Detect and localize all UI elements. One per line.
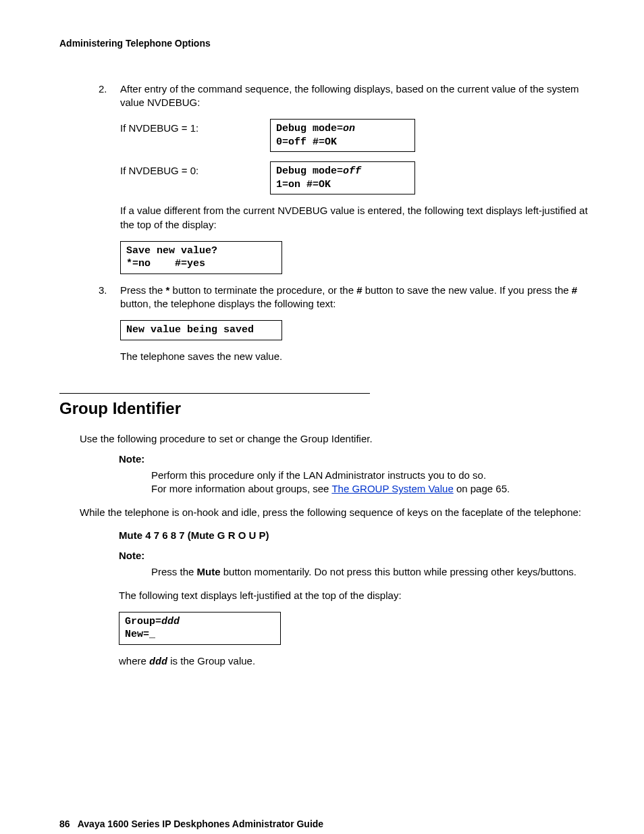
gi-note1-body: Perform this procedure only if the LAN A… — [151, 469, 600, 496]
step-3-t7: button, the telephone displays the follo… — [120, 298, 336, 309]
step-3-number: 3. — [99, 284, 120, 363]
nvdebug-1-line1a: Debug mode= — [276, 123, 343, 134]
nvdebug-1-line2: 0=off #=OK — [276, 136, 337, 148]
page-footer: 86 Avaya 1600 Series IP Deskphones Admin… — [59, 818, 600, 831]
gi-note2-label: Note: — [119, 549, 600, 563]
nvdebug-0-label: If NVDEBUG = 0: — [120, 161, 270, 178]
section-divider — [59, 393, 370, 394]
step-3-hash1: # — [356, 284, 362, 296]
group-line1b: ddd — [161, 616, 180, 627]
step-2: 2. After entry of the command sequence, … — [99, 82, 600, 274]
nvdebug-0-line1a: Debug mode= — [276, 165, 343, 177]
section-heading-group-identifier: Group Identifier — [59, 398, 600, 419]
nvdebug-1-line1b: on — [343, 123, 355, 134]
step-3-t1: Press the — [120, 284, 166, 296]
save-prompt-line1: Save new value? — [126, 245, 217, 257]
step-3: 3. Press the * button to terminate the p… — [99, 284, 600, 363]
step-2-text: After entry of the command sequence, the… — [120, 83, 579, 108]
gi-where-a: where — [119, 655, 149, 667]
gi-note2-body: Press the Mute button momentarily. Do no… — [151, 565, 600, 579]
new-value-display: New value being saved — [120, 320, 282, 340]
group-line1a: Group= — [125, 616, 161, 627]
gi-note1-label: Note: — [119, 452, 600, 466]
gi-where: where ddd is the Group value. — [119, 654, 600, 669]
gi-where-c: is the Group value. — [167, 655, 255, 667]
page-number: 86 — [59, 818, 70, 829]
step-3-t5: button to save the new value. If you pre… — [363, 284, 572, 296]
save-prompt-display: Save new value? *=no #=yes — [120, 241, 282, 274]
step-3-t3: button to terminate the procedure, or th… — [169, 284, 356, 296]
gi-note2-a: Press the — [151, 566, 197, 577]
gi-p3: The following text displays left-justifi… — [119, 589, 600, 602]
step-3-hash2: # — [572, 284, 577, 296]
gi-where-ddd: ddd — [149, 656, 167, 668]
page-header: Administering Telephone Options — [59, 37, 600, 50]
step-2-number: 2. — [99, 82, 120, 274]
gi-note2-mute: Mute — [197, 566, 221, 577]
footer-title: Avaya 1600 Series IP Deskphones Administ… — [78, 818, 323, 829]
group-line2: New=_ — [125, 629, 155, 640]
save-prompt-line2: *=no #=yes — [126, 258, 205, 269]
group-display: Group=ddd New=_ — [119, 612, 281, 645]
step-2-after-text: If a value different from the current NV… — [120, 204, 600, 232]
nvdebug-0-line2: 1=on #=OK — [276, 179, 331, 190]
new-value-line: New value being saved — [126, 324, 254, 336]
gi-intro: Use the following procedure to set or ch… — [80, 432, 600, 446]
group-system-value-link[interactable]: The GROUP System Value — [331, 483, 453, 494]
nvdebug-1-label: If NVDEBUG = 1: — [120, 119, 270, 135]
gi-note2-c: button momentarily. Do not press this bu… — [221, 566, 577, 577]
nvdebug-0-line1b: off — [343, 165, 361, 177]
gi-p2: While the telephone is on-hook and idle,… — [80, 506, 600, 519]
nvdebug-1-display: Debug mode=on 0=off #=OK — [270, 119, 415, 152]
gi-note1-line1: Perform this procedure only if the LAN A… — [151, 469, 486, 481]
gi-note1-line2b: on page 65. — [454, 483, 510, 494]
gi-note1-line2a: For more information about groups, see — [151, 483, 331, 494]
nvdebug-0-display: Debug mode=off 1=on #=OK — [270, 161, 415, 194]
step-3-after: The telephone saves the new value. — [120, 350, 600, 363]
gi-mute-sequence: Mute 4 7 6 8 7 (Mute G R O U P) — [119, 529, 600, 542]
